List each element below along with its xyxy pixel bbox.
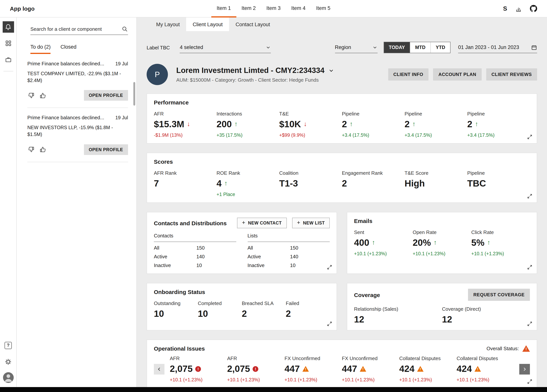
period-ytd[interactable]: YTD: [430, 42, 450, 53]
carousel-prev-button[interactable]: [154, 364, 164, 374]
github-icon[interactable]: [530, 5, 537, 12]
app-root: App logo Item 1 Item 2 Item 3 Item 4 Ite…: [0, 0, 547, 392]
thumbs-up-button[interactable]: [40, 92, 47, 99]
metric-collateral-disputes: Collateral Disputes 424 +10.1 (+1.23%): [399, 356, 457, 383]
shell: To do (2) Closed Prime Finance balances …: [0, 17, 547, 392]
client-avatar: P: [147, 64, 168, 85]
expand-button[interactable]: [326, 320, 333, 327]
carousel-next-button[interactable]: [519, 364, 530, 374]
label-tbc-label: Label TBC: [147, 45, 170, 50]
open-profile-button[interactable]: OPEN PROFILE: [84, 144, 128, 155]
metric-sent: Sent 400 +10.1 (+1.23%): [354, 229, 413, 256]
sidebar-scrollbar[interactable]: [133, 82, 135, 106]
metric-failed: Failed 2: [286, 301, 330, 319]
client-info-button[interactable]: CLIENT INFO: [388, 68, 429, 81]
thumbs-down-button[interactable]: [27, 146, 34, 153]
nav-item-4[interactable]: Item 4: [286, 0, 311, 17]
lists-table: Lists All150 Active140 Inactive10: [247, 233, 330, 268]
metric-outstanding: Outstanding 10: [154, 301, 198, 319]
table-header: Contacts: [154, 233, 236, 242]
metric-relationship-sales: Relationship (Sales) 12: [354, 306, 442, 325]
client-actions: CLIENT INFO ACCOUNT PLAN CLIENT REVIEWS: [388, 68, 537, 81]
layout-tabs: My Layout Client Layout Contact Layout: [137, 17, 547, 31]
expand-button[interactable]: [526, 320, 533, 327]
note-title: Prime Finance balances declined...: [27, 115, 104, 121]
client-reviews-button[interactable]: CLIENT REVIEWS: [486, 68, 537, 81]
client-title: Lorem Investment Limted - CMY2:234334: [176, 66, 324, 75]
request-coverage-button[interactable]: REQUEST COVERAGE: [468, 289, 530, 301]
label-multiselect[interactable]: 4 selected: [180, 42, 271, 53]
note-body: NEW INVESTORS LLP, -15.9% ($1.8M - $1.5M…: [27, 124, 128, 138]
expand-button[interactable]: [526, 378, 533, 385]
period-mtd[interactable]: MTD: [410, 42, 430, 53]
nav-item-2[interactable]: Item 2: [236, 0, 261, 17]
nav-item-5[interactable]: Item 5: [311, 0, 336, 17]
metric-afr-issues: AFR 2,075 +10.1 (+1.23%): [170, 356, 227, 383]
help-rail-button[interactable]: [2, 340, 14, 351]
plus-icon: [297, 221, 300, 225]
tab-closed[interactable]: Closed: [61, 44, 76, 54]
note-actions: OPEN PROFILE: [27, 90, 128, 108]
metric-collateral-disputes: Collateral Disputes 424 +10.1 (+1.23%): [457, 356, 514, 383]
header-icons: S: [503, 5, 537, 12]
up-arrow-icon: [475, 120, 478, 128]
performance-card: Performance AFR $15.3M -$1.9M (13%) Inte…: [147, 93, 537, 144]
metric-pipeline-score: Pipeline TBC: [467, 170, 530, 197]
user-avatar[interactable]: [3, 372, 14, 383]
overall-status-label: Overall Status:: [486, 346, 519, 351]
date-range-field[interactable]: 01 Jan 2023 - 01 Jun 2023: [458, 42, 537, 53]
notifications-rail-button[interactable]: [2, 21, 14, 33]
card-title: Coverage: [354, 292, 380, 298]
chevron-down-icon: [266, 45, 271, 50]
error-icon: [253, 366, 258, 372]
metric-breached-sla: Breached SLA 2: [242, 301, 286, 319]
account-plan-button[interactable]: ACCOUNT PLAN: [433, 68, 481, 81]
stackoverflow-icon[interactable]: [515, 5, 522, 12]
thumbs-down-button[interactable]: [27, 92, 34, 99]
region-select[interactable]: Region: [335, 42, 377, 53]
up-arrow-icon: [487, 239, 490, 247]
new-list-button[interactable]: NEW LIST: [292, 218, 330, 228]
expand-button[interactable]: [526, 264, 533, 271]
gear-icon: [5, 358, 12, 365]
tab-contact-layout[interactable]: Contact Layout: [229, 17, 277, 31]
metric-interactions: Interactions 200 +35 (17.5%): [217, 111, 279, 138]
rail-bottom: [2, 340, 14, 383]
search-icon[interactable]: [122, 26, 128, 32]
app-logo[interactable]: App logo: [10, 5, 34, 12]
tab-client-layout[interactable]: Client Layout: [186, 17, 229, 31]
bell-icon: [5, 23, 12, 31]
metric-coverage-direct: Coverage (Direct) 12: [442, 306, 530, 325]
error-icon: [195, 366, 201, 372]
thumbs-up-button[interactable]: [40, 146, 47, 153]
briefcase-icon: [5, 56, 12, 63]
metric-te-score: T&E Score High: [404, 170, 467, 197]
open-profile-button[interactable]: OPEN PROFILE: [84, 90, 128, 101]
rail-divider: [3, 71, 13, 71]
expand-button[interactable]: [326, 264, 333, 271]
search-input[interactable]: [30, 26, 122, 32]
metric-completed: Completed 10: [198, 301, 242, 319]
period-today[interactable]: TODAY: [384, 42, 410, 53]
expand-button[interactable]: [526, 193, 533, 200]
notification-card: Prime Finance balances declined... 19 Ju…: [27, 108, 128, 162]
coverage-card: Coverage REQUEST COVERAGE Relationship (…: [347, 283, 537, 330]
tab-my-layout[interactable]: My Layout: [150, 17, 186, 31]
new-contact-button[interactable]: NEW CONTACT: [237, 218, 287, 228]
settings-rail-button[interactable]: [2, 356, 14, 367]
apps-rail-button[interactable]: [2, 38, 14, 49]
metric-pipeline: Pipeline 2 +3.4 (17.5%): [404, 111, 467, 138]
metric-roe-rank: ROE Rank 4 +1 Place: [217, 170, 279, 197]
tab-todo[interactable]: To do (2): [30, 44, 51, 54]
chevron-down-icon[interactable]: [328, 67, 334, 74]
nav-item-1[interactable]: Item 1: [211, 0, 236, 17]
up-arrow-icon: [372, 239, 375, 247]
table-row: All150: [154, 245, 236, 251]
scores-card: Scores AFR Rank 7 ROE Rank 4 +1 Place Co: [147, 153, 537, 203]
metric-open-rate: Open Rate 20% +10.1 (+1.23%): [413, 229, 472, 256]
s-icon[interactable]: S: [503, 5, 507, 12]
nav-item-3[interactable]: Item 3: [261, 0, 286, 17]
workspace-rail-button[interactable]: [2, 54, 14, 65]
expand-button[interactable]: [526, 133, 533, 141]
filter-row: Label TBC 4 selected Region TODAY MTD YT…: [147, 42, 537, 53]
